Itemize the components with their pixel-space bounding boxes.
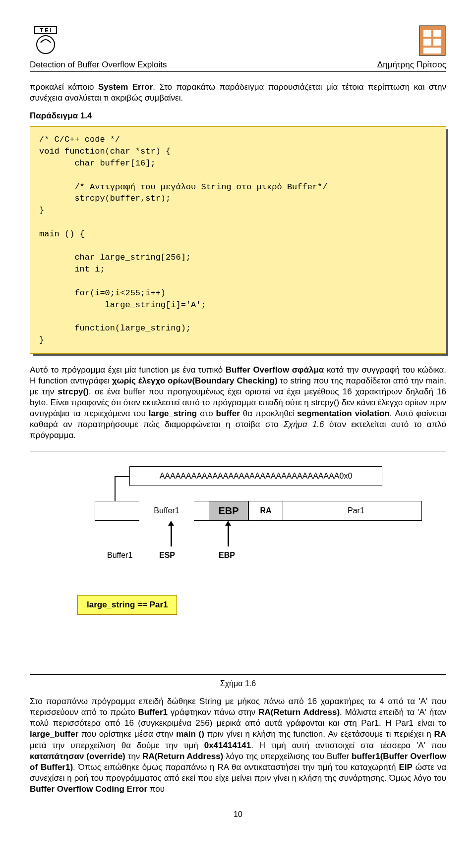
svg-rect-7 xyxy=(433,39,441,46)
aaaa-box: AAAAAAAAAAAAAAAAAAAAAAAAAAAAAAAAAA0x0 xyxy=(129,466,382,486)
example-heading: Παράδειγμα 1.4 xyxy=(30,110,446,121)
large-string-box: large_string == Par1 xyxy=(77,595,177,615)
logo-tei: T E I xyxy=(30,25,61,56)
title-bar: Detection of Buffer Overflow Exploits Δη… xyxy=(30,59,446,72)
doc-author: Δημήτρης Πρίτσος xyxy=(377,59,446,70)
svg-text:T E I: T E I xyxy=(40,27,51,33)
ebp-cell: EBP xyxy=(209,501,248,521)
code-example: /* C/C++ code */ void function(char *str… xyxy=(30,126,446,353)
figure-caption: Σχήμα 1.6 xyxy=(30,679,446,689)
svg-rect-8 xyxy=(423,48,441,54)
par1-label: Par1 xyxy=(348,506,364,516)
ebp-label: EBP xyxy=(219,550,235,561)
svg-rect-5 xyxy=(433,30,441,37)
page-number: 10 xyxy=(30,810,446,820)
buffer1-cell: Buffer1 xyxy=(139,501,194,521)
paragraph-2: Αυτό το πρόγραμμα έχει μία function με έ… xyxy=(30,365,446,441)
buffer1-label: Buffer1 xyxy=(107,550,132,561)
ra-cell: RA xyxy=(248,501,283,521)
code-content: /* C/C++ code */ void function(char *str… xyxy=(30,126,446,353)
esp-label: ESP xyxy=(159,550,175,561)
svg-rect-6 xyxy=(423,39,431,46)
page-header: T E I xyxy=(30,25,446,56)
logo-demo xyxy=(418,25,446,56)
svg-point-0 xyxy=(37,36,55,54)
svg-rect-4 xyxy=(423,30,431,37)
doc-title: Detection of Buffer Overflow Exploits xyxy=(30,59,167,70)
stack-diagram: AAAAAAAAAAAAAAAAAAAAAAAAAAAAAAAAAA0x0 Bu… xyxy=(30,451,446,675)
paragraph-3: Στο παραπάνω πρόγραμμα επειδή δώθηκε Str… xyxy=(30,696,446,795)
intro-paragraph: προκαλεί κάποιο System Error. Στο παρακά… xyxy=(30,82,446,104)
